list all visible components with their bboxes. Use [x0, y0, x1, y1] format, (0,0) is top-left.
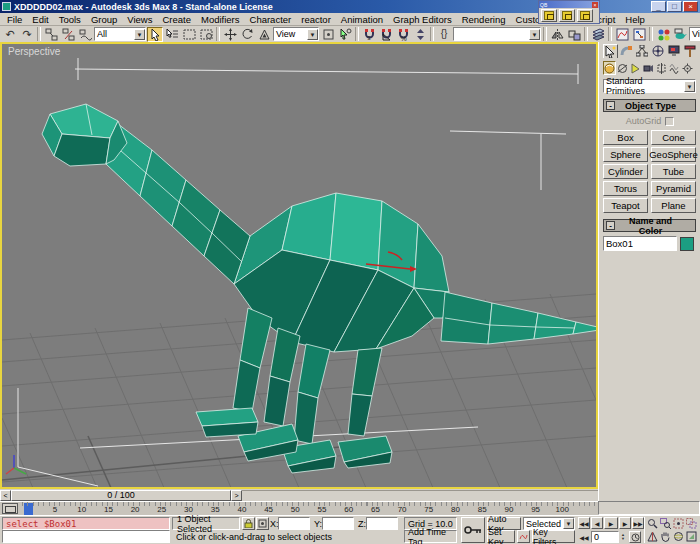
angle-snap-icon[interactable]: [378, 27, 394, 42]
select-by-name-icon[interactable]: [164, 27, 180, 42]
object-type-button[interactable]: Pyramid: [651, 181, 696, 196]
spinner-snap-icon[interactable]: [412, 27, 428, 42]
redo-icon[interactable]: ↷: [19, 27, 35, 42]
current-frame-field[interactable]: [591, 531, 619, 543]
geometry-category-icon[interactable]: [603, 61, 616, 75]
field-of-view-icon[interactable]: [646, 530, 659, 543]
go-to-end-icon[interactable]: ▶▶: [632, 517, 644, 529]
motion-tab-icon[interactable]: [651, 44, 666, 58]
mini-listener-icon[interactable]: [2, 503, 18, 514]
menu-item[interactable]: Modifiers: [196, 14, 245, 25]
set-key-button[interactable]: Set Key: [487, 530, 515, 543]
menu-item[interactable]: Help: [620, 14, 650, 25]
min-max-toggle-icon[interactable]: [685, 530, 698, 543]
previous-key-icon[interactable]: ◀◀: [578, 531, 590, 543]
zoom-icon[interactable]: [646, 517, 659, 530]
coordinate-system-dropdown[interactable]: View ▼: [273, 27, 319, 41]
menu-item[interactable]: File: [2, 14, 27, 25]
object-type-rollout[interactable]: - Object Type: [603, 99, 696, 112]
time-slider-handle[interactable]: 0 / 100: [11, 490, 231, 501]
restore-button[interactable]: □: [667, 1, 682, 12]
create-tab-icon[interactable]: [603, 44, 618, 58]
bind-to-space-warp-icon[interactable]: [77, 27, 93, 42]
object-color-swatch[interactable]: [680, 237, 694, 251]
material-editor-icon[interactable]: [655, 27, 671, 42]
y-coordinate-field[interactable]: [322, 517, 354, 530]
layer-manager-icon[interactable]: [590, 27, 606, 42]
menu-item[interactable]: Character: [245, 14, 297, 25]
macro-script-button-3[interactable]: [577, 9, 593, 22]
set-keys-icon[interactable]: [461, 517, 485, 543]
play-icon[interactable]: ▶: [604, 517, 618, 529]
go-to-start-icon[interactable]: ◀◀: [578, 517, 590, 529]
new-key-curve-icon[interactable]: [517, 530, 530, 543]
zoom-extents-all-icon[interactable]: [685, 517, 698, 530]
perspective-viewport[interactable]: Perspective: [2, 44, 596, 487]
lock-selection-icon[interactable]: [242, 517, 255, 530]
curve-editor-icon[interactable]: [614, 27, 630, 42]
align-icon[interactable]: [566, 27, 582, 42]
use-pivot-point-center-icon[interactable]: [320, 27, 336, 42]
select-and-move-icon[interactable]: [222, 27, 238, 42]
object-type-button[interactable]: Plane: [651, 198, 696, 213]
menu-item[interactable]: Graph Editors: [388, 14, 457, 25]
percent-snap-icon[interactable]: %: [395, 27, 411, 42]
schematic-view-icon[interactable]: [631, 27, 647, 42]
object-type-button[interactable]: Tube: [651, 164, 696, 179]
time-slider-track[interactable]: [242, 490, 598, 501]
undo-icon[interactable]: ↶: [2, 27, 18, 42]
pan-icon[interactable]: [659, 530, 672, 543]
autogrid-checkbox[interactable]: [665, 117, 674, 126]
floating-toolbar[interactable]: QB ×: [538, 0, 600, 24]
model-box01[interactable]: [42, 104, 596, 473]
time-configuration-icon[interactable]: [629, 531, 641, 543]
object-type-button[interactable]: Cylinder: [603, 164, 648, 179]
add-time-tag[interactable]: Add Time Tag: [404, 530, 457, 543]
select-and-rotate-icon[interactable]: [239, 27, 255, 42]
rectangular-selection-region-icon[interactable]: [181, 27, 197, 42]
zoom-extents-icon[interactable]: [672, 517, 685, 530]
display-tab-icon[interactable]: [666, 44, 681, 58]
object-type-button[interactable]: Torus: [603, 181, 648, 196]
x-coordinate-field[interactable]: [278, 517, 310, 530]
edit-named-selections-icon[interactable]: {}: [436, 27, 452, 42]
named-selection-dropdown[interactable]: ▼: [453, 27, 541, 41]
z-coordinate-field[interactable]: [366, 517, 398, 530]
cameras-category-icon[interactable]: [642, 61, 655, 75]
object-type-button[interactable]: Cone: [651, 130, 696, 145]
close-button[interactable]: ×: [683, 1, 698, 12]
lights-category-icon[interactable]: [629, 61, 642, 75]
menu-item[interactable]: Group: [86, 14, 122, 25]
select-and-scale-icon[interactable]: [256, 27, 272, 42]
select-and-manipulate-icon[interactable]: [337, 27, 353, 42]
menu-item[interactable]: Edit: [27, 14, 53, 25]
unlink-selection-icon[interactable]: [60, 27, 76, 42]
minimize-button[interactable]: _: [651, 1, 666, 12]
utilities-tab-icon[interactable]: [682, 44, 697, 58]
key-filters-button[interactable]: Key Filters...: [532, 530, 575, 543]
macro-script-button-2[interactable]: [559, 9, 575, 22]
name-and-color-rollout[interactable]: - Name and Color: [603, 219, 696, 232]
menu-item[interactable]: Views: [122, 14, 157, 25]
object-type-button[interactable]: Teapot: [603, 198, 648, 213]
snap-toggle-3d-icon[interactable]: 3: [361, 27, 377, 42]
mirror-icon[interactable]: [549, 27, 565, 42]
primitive-category-dropdown[interactable]: Standard Primitives ▼: [603, 79, 696, 93]
previous-frame-arrow[interactable]: <: [0, 490, 11, 501]
systems-category-icon[interactable]: [681, 61, 694, 75]
render-scene-icon[interactable]: [672, 27, 688, 42]
render-preset-dropdown[interactable]: View ▼: [689, 27, 700, 41]
arc-rotate-icon[interactable]: [672, 530, 685, 543]
select-object-icon[interactable]: [147, 27, 163, 42]
maxscript-listener-input[interactable]: [2, 530, 170, 543]
menu-item[interactable]: reactor: [296, 14, 336, 25]
menu-item[interactable]: Create: [157, 14, 196, 25]
hierarchy-tab-icon[interactable]: [635, 44, 650, 58]
maxscript-listener-output[interactable]: select $Box01: [2, 517, 170, 530]
frame-spinner[interactable]: ▲▼: [619, 531, 627, 543]
floating-toolbar-close-icon[interactable]: ×: [592, 2, 598, 8]
window-crossing-icon[interactable]: [198, 27, 214, 42]
menu-item[interactable]: Animation: [336, 14, 388, 25]
viewport-label[interactable]: Perspective: [8, 46, 60, 57]
previous-frame-icon[interactable]: ◀: [591, 517, 603, 529]
